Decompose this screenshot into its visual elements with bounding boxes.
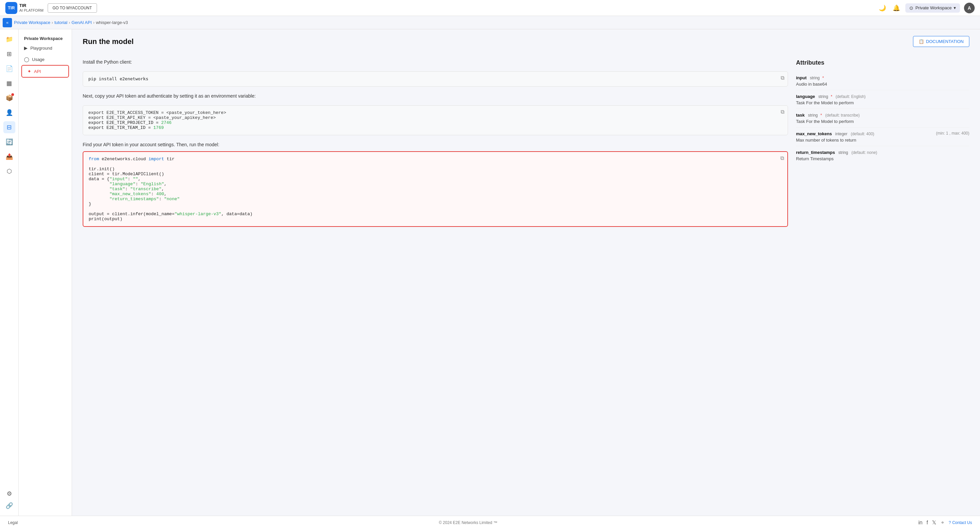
breadcrumb-sep-1: › (52, 20, 53, 25)
breadcrumb-genai[interactable]: GenAI API (72, 20, 92, 25)
sidenav-header: Private Workspace (19, 33, 72, 42)
attributes-panel: Attributes input string * Audio in base6… (796, 59, 969, 234)
breadcrumb-workspace[interactable]: Private Workspace (14, 20, 50, 25)
contact-us-label: Contact Us (952, 520, 972, 525)
footer-right: in f 𝕏 ⚬ ? Contact Us (918, 519, 972, 526)
attr-type-max-tokens: integer (835, 132, 848, 136)
attr-default-max-tokens: (default: 400) (851, 132, 874, 136)
code-line-init: tir.init() (89, 167, 782, 172)
copy-install-button[interactable]: ⧉ (781, 75, 784, 81)
copy-env-button[interactable]: ⧉ (781, 109, 784, 115)
api-icon: ✦ (27, 68, 31, 74)
sidebar-icon-settings[interactable]: ⚙ (3, 488, 15, 500)
side-nav: Private Workspace ▶ Playground ◯ Usage ✦… (19, 29, 72, 516)
env-line-1: export E2E_TIR_ACCESS_TOKEN = <paste_you… (88, 110, 782, 115)
sidebar-icon-package[interactable]: 📦 (3, 92, 15, 104)
code-line-close-brace: } (89, 202, 782, 207)
sidebar-icon-refresh[interactable]: 🔄 (3, 136, 15, 148)
attr-type-task: string (808, 113, 818, 118)
sidebar-toggle-button[interactable]: « (3, 18, 12, 27)
chevron-down-icon: ▾ (954, 5, 956, 10)
code-line-timestamps: "return_timestamps": "none" (89, 197, 782, 202)
sidebar-icon-cube[interactable]: ⬡ (3, 165, 15, 177)
footer-legal[interactable]: Legal (8, 520, 18, 525)
attr-desc-task: Task For the Model to perform (796, 119, 969, 124)
attr-desc-input: Audio in base64 (796, 82, 969, 87)
logo: TIR TIRAI PLATFORM (5, 2, 44, 14)
linkedin-icon[interactable]: in (918, 519, 922, 526)
main-content: Run the model 📋 DOCUMENTATION Install th… (72, 29, 980, 529)
notification-badge (11, 93, 14, 96)
breadcrumb-sep-3: › (93, 20, 94, 25)
sidebar-icon-doc[interactable]: 📄 (3, 63, 15, 75)
sidebar-icon-user[interactable]: 👤 (3, 106, 15, 119)
dark-mode-button[interactable]: 🌙 (877, 3, 887, 13)
attr-required-language: * (830, 94, 832, 99)
question-icon: ? (949, 520, 951, 525)
twitter-icon[interactable]: 𝕏 (932, 519, 936, 526)
workspace-icon: ⊙ (909, 5, 913, 11)
sidebar-icon-upload[interactable]: 📤 (3, 151, 15, 162)
breadcrumb-items: Private Workspace › tutorial › GenAI API… (14, 20, 128, 25)
code-line-tokens: "max_new_tokens": 400, (89, 192, 782, 197)
attr-desc-language: Task For the Model to perform (796, 100, 969, 105)
go-to-account-button[interactable]: GO TO MYACCOUNT (48, 3, 97, 13)
breadcrumb-sep-2: › (68, 20, 70, 25)
env-line-2: export E2E_TIR_API_KEY = <paste_your_api… (88, 115, 782, 120)
find-token-text: Find your API token in your account sett… (83, 142, 788, 147)
install-code: pip install e2enetworks (88, 76, 148, 81)
attr-default-task: (default: transcribe) (825, 113, 860, 118)
workspace-button[interactable]: ⊙ Private Workspace ▾ (905, 3, 960, 13)
sidenav-label-usage: Usage (32, 57, 45, 62)
playground-icon: ▶ (24, 45, 28, 51)
contact-us-link[interactable]: ? Contact Us (949, 520, 972, 525)
copy-main-button[interactable]: ⧉ (780, 155, 784, 161)
footer: Legal © 2024 E2E Networks Limited ™ in f… (0, 516, 980, 529)
install-label: Install the Python client: (83, 59, 788, 65)
attr-type-language: string (818, 94, 828, 99)
app-layout: 📁 ⊞ 📄 ▦ 📦 👤 ⊟ 🔄 📤 ⬡ ⚙ 🔗 Private Workspac… (0, 29, 980, 529)
notification-button[interactable]: 🔔 (891, 3, 901, 13)
attr-minmax-max-tokens: (min: 1 , max: 400) (936, 131, 969, 136)
rss-icon[interactable]: ⚬ (940, 519, 945, 526)
attr-row-language: language string * (default: English) Tas… (796, 90, 969, 109)
doc-button-label: DOCUMENTATION (926, 39, 964, 44)
page-title: Run the model (83, 37, 134, 46)
sidenav-item-usage[interactable]: ◯ Usage (19, 54, 72, 65)
sidebar-icon-grid[interactable]: ⊞ (3, 48, 15, 60)
sidebar-icon-table[interactable]: ▦ (3, 77, 15, 89)
attr-type-input: string (810, 76, 820, 80)
topnav: TIR TIRAI PLATFORM GO TO MYACCOUNT 🌙 🔔 ⊙… (0, 0, 980, 16)
attr-required-input: * (822, 76, 824, 80)
attr-type-timestamps: string (838, 150, 848, 155)
breadcrumb-tutorial[interactable]: tutorial (54, 20, 67, 25)
topnav-right: 🌙 🔔 ⊙ Private Workspace ▾ A (877, 3, 975, 13)
doc-icon: 📋 (919, 39, 924, 44)
sidebar-icon-integration[interactable]: 🔗 (3, 500, 15, 512)
main-code-block: ⧉ from e2enetworks.cloud import tir tir.… (83, 151, 788, 227)
attr-desc-timestamps: Return Timestamps (796, 156, 969, 161)
sidebar-icon-files[interactable]: 📁 (3, 33, 15, 45)
attributes-title: Attributes (796, 59, 969, 66)
env-line-3: export E2E_TIR_PROJECT_ID = 2746 (88, 120, 782, 125)
code-line-client: client = tir.ModelAPIClient() (89, 172, 782, 176)
code-line-print: print(output) (89, 216, 782, 222)
avatar-button[interactable]: A (964, 3, 975, 13)
env-line-4: export E2E_TIR_TEAM_ID = 1769 (88, 125, 782, 130)
attr-desc-max-tokens: Max number of tokens to return (796, 138, 969, 143)
code-line-language: "language": "English", (89, 181, 782, 187)
breadcrumb: « Private Workspace › tutorial › GenAI A… (0, 16, 980, 29)
code-line-task: "task": "transcribe", (89, 187, 782, 192)
attr-row-max-tokens: max_new_tokens integer (default: 400) (m… (796, 127, 969, 146)
code-line-import: from e2enetworks.cloud import tir (89, 157, 782, 162)
sidenav-item-playground[interactable]: ▶ Playground (19, 42, 72, 54)
sidenav-item-api[interactable]: ✦ API (21, 65, 69, 78)
install-code-block: ⧉ pip install e2enetworks (83, 71, 788, 87)
sidebar-icon-active[interactable]: ⊟ (3, 121, 15, 133)
logo-text: TIRAI PLATFORM (19, 3, 44, 13)
attr-name-language: language (796, 94, 815, 99)
documentation-button[interactable]: 📋 DOCUMENTATION (913, 36, 969, 47)
breadcrumb-current: whisper-large-v3 (96, 20, 128, 25)
attr-row-input: input string * Audio in base64 (796, 71, 969, 90)
facebook-icon[interactable]: f (926, 519, 928, 526)
